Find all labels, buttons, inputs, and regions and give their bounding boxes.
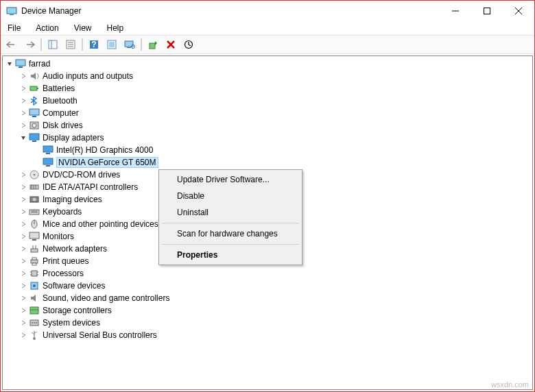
software-icon (29, 280, 40, 291)
svg-point-69 (34, 322, 35, 323)
update-driver-button[interactable] (145, 36, 161, 53)
svg-point-68 (32, 322, 33, 323)
ctx-scan[interactable]: Scan for hardware changes (160, 225, 300, 242)
computer-icon (15, 58, 26, 69)
help-button[interactable]: ? (86, 36, 102, 53)
tree-item-label: Print queues (43, 256, 88, 266)
ctx-disable[interactable]: Disable (160, 188, 300, 204)
expand-chevron-icon[interactable] (19, 109, 27, 117)
expand-chevron-icon[interactable] (19, 319, 27, 327)
svg-rect-32 (32, 140, 36, 142)
menu-view[interactable]: View (71, 22, 95, 34)
svg-rect-23 (16, 60, 25, 66)
expand-chevron-icon[interactable] (19, 195, 27, 204)
context-menu: Update Driver Software... Disable Uninst… (158, 169, 302, 265)
expand-chevron-icon[interactable] (33, 146, 41, 154)
svg-rect-57 (32, 263, 36, 265)
app-icon (6, 5, 17, 16)
printer-icon (29, 256, 40, 267)
tree-item-usb[interactable]: Universal Serial Bus controllers (3, 329, 532, 341)
expand-chevron-icon[interactable] (19, 121, 27, 130)
expand-chevron-icon[interactable] (33, 158, 41, 167)
expand-chevron-icon[interactable] (19, 331, 27, 339)
ctx-update-driver[interactable]: Update Driver Software... (160, 171, 300, 188)
close-button[interactable] (503, 1, 534, 21)
tree-item-label: Bluetooth (43, 96, 78, 106)
back-button[interactable] (3, 36, 20, 53)
tree-item-label: Imaging devices (43, 195, 102, 204)
tree-item-storage[interactable]: Storage controllers (3, 304, 532, 317)
tree-item-intel-r-hd-graphics-4000[interactable]: Intel(R) HD Graphics 4000 (3, 144, 532, 156)
tree-item-label: Universal Serial Bus controllers (43, 330, 157, 340)
expand-chevron-icon[interactable] (19, 183, 27, 191)
svg-rect-26 (37, 88, 38, 89)
expand-chevron-icon[interactable] (19, 72, 27, 80)
tree-item-label: Audio inputs and outputs (43, 71, 133, 81)
tree-item-computer[interactable]: Computer (3, 107, 532, 119)
toolbar-separator (40, 38, 42, 51)
tree-item-label: Monitors (43, 232, 74, 241)
computer-icon (29, 108, 40, 119)
tree-item-label: Computer (43, 108, 79, 118)
menu-file[interactable]: File (5, 22, 23, 34)
disable-button[interactable] (180, 36, 197, 53)
expand-chevron-icon[interactable] (19, 171, 27, 179)
action-button[interactable] (104, 36, 120, 53)
tree-item-system[interactable]: System devices (3, 317, 532, 329)
watermark: wsxdn.com (491, 380, 529, 389)
expand-chevron-icon[interactable] (19, 306, 27, 315)
svg-rect-19 (150, 43, 155, 49)
battery-icon (29, 83, 40, 94)
ctx-uninstall[interactable]: Uninstall (160, 204, 300, 221)
menubar: File Action View Help (1, 21, 534, 35)
svg-rect-65 (30, 307, 38, 314)
expand-chevron-icon[interactable] (19, 257, 27, 265)
expand-chevron-icon[interactable] (19, 269, 27, 278)
keyboard-icon (29, 206, 40, 217)
tree-item-nvidia-geforce-gt-650m[interactable]: NVIDIA GeForce GT 650M (3, 156, 532, 169)
tree-item-bluetooth[interactable]: Bluetooth (3, 95, 532, 107)
expand-chevron-icon[interactable] (19, 208, 27, 216)
toolbar-separator (141, 38, 142, 51)
svg-rect-17 (127, 47, 131, 48)
tree-item-label: Batteries (43, 84, 75, 93)
tree-item-display[interactable]: Display adapters (3, 132, 532, 144)
tree-item-audio[interactable]: Audio inputs and outputs (3, 70, 532, 82)
show-hide-tree-button[interactable] (45, 36, 61, 53)
svg-text:?: ? (91, 40, 96, 49)
expand-chevron-icon[interactable] (19, 294, 27, 302)
uninstall-button[interactable] (163, 36, 179, 53)
expand-chevron-icon[interactable] (19, 84, 27, 93)
tree-item-sound[interactable]: Sound, video and game controllers (3, 292, 532, 304)
scan-button[interactable] (121, 36, 138, 53)
tree-item-cpu[interactable]: Processors (3, 267, 532, 280)
svg-point-44 (33, 198, 36, 201)
expand-chevron-icon[interactable] (19, 220, 27, 228)
menu-help[interactable]: Help (104, 22, 127, 34)
expand-chevron-icon[interactable] (19, 232, 27, 241)
network-icon (29, 243, 40, 254)
tree-item-battery[interactable]: Batteries (3, 82, 532, 95)
menu-action[interactable]: Action (33, 22, 61, 34)
maximize-button[interactable] (471, 1, 503, 21)
ctx-separator (162, 223, 299, 223)
expand-chevron-icon[interactable] (19, 134, 27, 142)
usb-icon (29, 330, 40, 341)
tree-root[interactable]: farrad (3, 58, 532, 70)
tree-item-label: Intel(R) HD Graphics 4000 (56, 145, 153, 155)
expand-chevron-icon[interactable] (5, 60, 14, 68)
expand-chevron-icon[interactable] (19, 282, 27, 290)
tree-item-label: Software devices (43, 281, 105, 291)
minimize-button[interactable] (440, 1, 471, 21)
svg-point-64 (33, 284, 36, 287)
titlebar: Device Manager (1, 1, 534, 21)
tree-item-disk[interactable]: Disk drives (3, 119, 532, 132)
audio-icon (29, 71, 40, 82)
tree-item-software[interactable]: Software devices (3, 280, 532, 292)
forward-button[interactable] (21, 36, 38, 53)
ctx-properties[interactable]: Properties (160, 247, 300, 263)
properties-button[interactable] (62, 36, 79, 53)
expand-chevron-icon[interactable] (19, 245, 27, 253)
tree-item-label: Display adapters (43, 133, 104, 143)
expand-chevron-icon[interactable] (19, 97, 27, 105)
